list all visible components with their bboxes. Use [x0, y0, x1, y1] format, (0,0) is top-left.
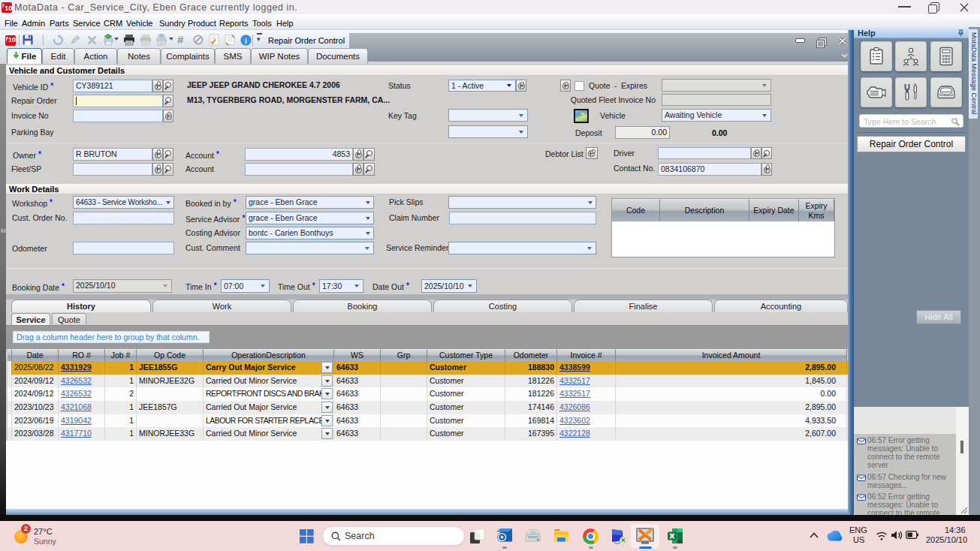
svg-text:i: i [245, 37, 247, 45]
